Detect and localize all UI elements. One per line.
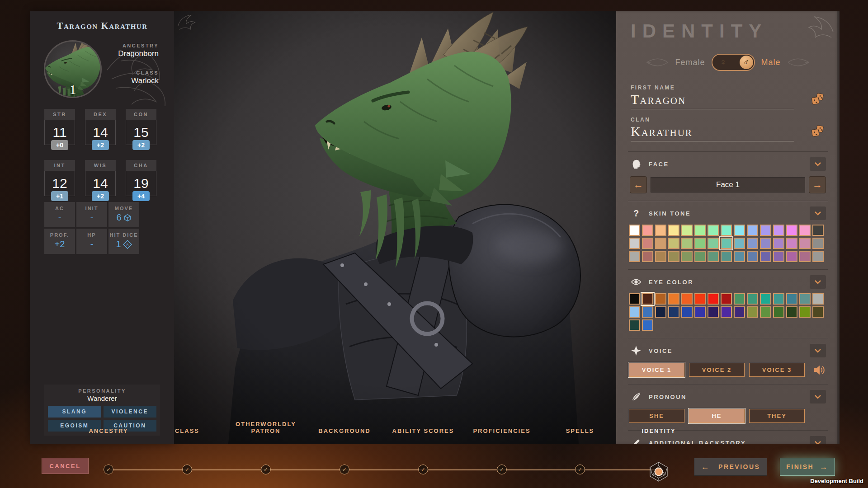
play-voice-speaker-icon[interactable] (813, 365, 826, 375)
eye-color-swatch[interactable] (786, 293, 797, 305)
skin-tone-collapse-button[interactable] (810, 206, 826, 220)
skin-tone-swatch[interactable] (760, 251, 771, 262)
skin-tone-swatch[interactable] (773, 225, 784, 236)
skin-tone-swatch[interactable] (786, 251, 797, 262)
eye-color-swatch[interactable] (681, 306, 693, 318)
skin-tone-swatch[interactable] (773, 251, 784, 262)
voice-option-voice-2[interactable]: VOICE 2 (689, 363, 745, 377)
skin-tone-swatch[interactable] (694, 238, 706, 249)
voice-option-voice-1[interactable]: VOICE 1 (629, 363, 684, 377)
skin-tone-swatch[interactable] (681, 251, 693, 262)
skin-tone-swatch[interactable] (734, 238, 745, 249)
gender-female-label[interactable]: Female (675, 58, 705, 67)
finish-button[interactable]: FINISH → (780, 458, 835, 476)
skin-tone-swatch[interactable] (655, 225, 666, 236)
eye-color-swatch[interactable] (629, 306, 640, 318)
pronoun-option-they[interactable]: THEY (749, 409, 805, 423)
skin-tone-swatch[interactable] (629, 225, 640, 236)
skin-tone-swatch[interactable] (681, 238, 693, 249)
eye-color-swatch[interactable] (708, 293, 719, 305)
pronoun-option-he[interactable]: HE (689, 409, 745, 423)
randomize-clan-dice-icon[interactable] (811, 125, 825, 138)
skin-tone-swatch[interactable] (708, 251, 719, 262)
eye-color-swatch[interactable] (708, 306, 719, 318)
clan-value[interactable]: Karathur (631, 124, 825, 139)
skin-tone-swatch[interactable] (721, 251, 732, 262)
skin-tone-swatch[interactable] (747, 238, 758, 249)
pronoun-option-she[interactable]: SHE (629, 409, 684, 423)
face-previous-button[interactable]: ← (630, 176, 647, 193)
face-next-button[interactable]: → (809, 176, 826, 193)
pronoun-collapse-button[interactable] (810, 390, 826, 404)
eye-color-swatch[interactable] (694, 306, 706, 318)
cancel-button[interactable]: CANCEL (42, 458, 89, 474)
eye-color-swatch[interactable] (655, 306, 666, 318)
skin-tone-swatch[interactable] (655, 251, 666, 262)
skin-tone-swatch[interactable] (708, 238, 719, 249)
face-collapse-button[interactable] (810, 157, 826, 171)
eye-color-swatch[interactable] (629, 319, 640, 331)
eye-color-swatch[interactable] (786, 306, 797, 318)
skin-tone-swatch[interactable] (799, 225, 811, 236)
eye-color-swatch[interactable] (812, 306, 824, 318)
eye-color-swatch[interactable] (668, 306, 679, 318)
skin-tone-swatch[interactable] (747, 225, 758, 236)
skin-tone-swatch[interactable] (799, 251, 811, 262)
skin-tone-swatch[interactable] (760, 225, 771, 236)
skin-tone-swatch[interactable] (812, 251, 824, 262)
skin-tone-swatch[interactable] (668, 251, 679, 262)
eye-color-swatch[interactable] (734, 293, 745, 305)
eye-color-swatch[interactable] (812, 293, 824, 305)
skin-tone-swatch[interactable] (734, 225, 745, 236)
eye-color-swatch[interactable] (773, 306, 784, 318)
eye-color-swatch[interactable] (760, 306, 771, 318)
eye-color-swatch[interactable] (721, 306, 732, 318)
skin-tone-swatch[interactable] (708, 225, 719, 236)
eye-color-swatch[interactable] (799, 293, 811, 305)
voice-option-voice-3[interactable]: VOICE 3 (749, 363, 805, 377)
eye-color-swatch[interactable] (747, 293, 758, 305)
eye-color-swatch[interactable] (668, 293, 679, 305)
eye-color-swatch[interactable] (721, 293, 732, 305)
panel-scrollbar[interactable] (837, 11, 840, 444)
eye-color-swatch[interactable] (773, 293, 784, 305)
first-name-value[interactable]: Taragon (631, 92, 825, 107)
character-3d-preview[interactable] (174, 11, 616, 444)
skin-tone-swatch[interactable] (629, 238, 640, 249)
eye-color-swatch[interactable] (799, 306, 811, 318)
skin-tone-swatch[interactable] (668, 238, 679, 249)
eye-color-swatch[interactable] (642, 293, 653, 305)
skin-tone-swatch[interactable] (773, 238, 784, 249)
skin-tone-swatch[interactable] (694, 225, 706, 236)
eye-color-swatch[interactable] (655, 293, 666, 305)
skin-tone-swatch[interactable] (629, 251, 640, 262)
skin-tone-swatch[interactable] (799, 238, 811, 249)
backstory-collapse-button[interactable] (810, 436, 826, 444)
eye-color-swatch[interactable] (734, 306, 745, 318)
skin-tone-swatch[interactable] (786, 225, 797, 236)
eye-color-swatch[interactable] (747, 306, 758, 318)
gender-male-label[interactable]: Male (761, 58, 781, 67)
skin-tone-swatch[interactable] (642, 251, 653, 262)
skin-tone-swatch[interactable] (760, 238, 771, 249)
eye-color-collapse-button[interactable] (810, 275, 826, 289)
eye-color-swatch[interactable] (681, 293, 693, 305)
skin-tone-swatch[interactable] (721, 225, 732, 236)
randomize-first-name-dice-icon[interactable] (811, 93, 825, 106)
skin-tone-swatch[interactable] (668, 225, 679, 236)
skin-tone-swatch[interactable] (642, 225, 653, 236)
skin-tone-swatch[interactable] (747, 251, 758, 262)
skin-tone-swatch[interactable] (812, 225, 824, 236)
skin-tone-swatch[interactable] (655, 238, 666, 249)
skin-tone-swatch[interactable] (812, 238, 824, 249)
eye-color-swatch[interactable] (760, 293, 771, 305)
previous-button[interactable]: ← PREVIOUS (694, 458, 767, 476)
skin-tone-swatch[interactable] (786, 238, 797, 249)
eye-color-swatch[interactable] (694, 293, 706, 305)
skin-tone-swatch[interactable] (694, 251, 706, 262)
eye-color-swatch[interactable] (642, 306, 653, 318)
eye-color-swatch[interactable] (642, 319, 653, 331)
eye-color-swatch[interactable] (629, 293, 640, 305)
voice-collapse-button[interactable] (810, 344, 826, 357)
gender-toggle[interactable]: ♀ ♂ (712, 54, 755, 71)
